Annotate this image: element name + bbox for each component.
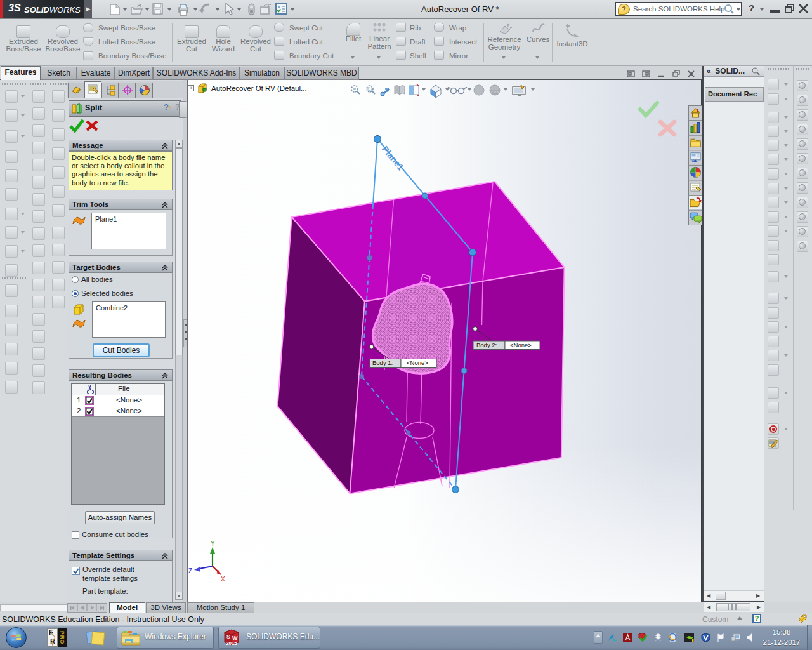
svg-text:<None>: <None> bbox=[510, 342, 532, 348]
svg-text:Plane1: Plane1 bbox=[380, 144, 406, 173]
svg-text:Body 2:: Body 2: bbox=[476, 342, 497, 348]
svg-text:Y: Y bbox=[211, 540, 215, 547]
svg-text:2015: 2015 bbox=[226, 640, 237, 646]
svg-text:X: X bbox=[221, 576, 225, 583]
svg-text:Body 1:: Body 1: bbox=[372, 359, 393, 366]
svg-text:Z: Z bbox=[188, 567, 192, 574]
svg-text:<None>: <None> bbox=[407, 359, 428, 366]
svg-text:S: S bbox=[226, 633, 230, 640]
